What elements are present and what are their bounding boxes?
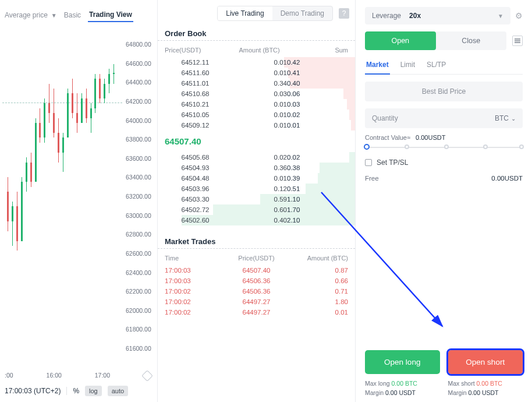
orderbook-row[interactable]: 64503.300.591.10: [158, 194, 355, 204]
candle: [44, 98, 45, 143]
open-close-tabs: Open Close: [365, 31, 506, 50]
price-chart[interactable]: 64507.40 01:00: [2, 30, 122, 369]
tab-open[interactable]: Open: [365, 31, 436, 50]
orderbook-row[interactable]: 64510.680.030.06: [158, 89, 355, 99]
orderbook-row[interactable]: 64505.680.020.02: [158, 152, 355, 163]
chevron-down-icon: ▼: [498, 13, 503, 19]
orderbook-title: Order Book: [158, 26, 355, 41]
margin-label: Margin: [365, 389, 384, 396]
orderbook-row[interactable]: 64512.110.010.42: [158, 57, 355, 68]
col-sum: Sum: [289, 47, 348, 54]
open-long-button[interactable]: Open long: [365, 350, 440, 374]
tab-live-trading[interactable]: Live Trading: [218, 6, 272, 20]
contract-value-row: Contract Value≈ 0.00USDT: [365, 134, 523, 141]
orderbook-row[interactable]: 64504.480.010.39: [158, 173, 355, 184]
slider-stop[interactable]: [483, 144, 488, 149]
help-icon[interactable]: ?: [339, 8, 349, 19]
y-tick: 64200.00: [126, 98, 157, 105]
layout-icon[interactable]: [512, 36, 523, 46]
orderbook-row[interactable]: 64504.930.360.38: [158, 163, 355, 173]
slider-stop[interactable]: [405, 144, 409, 149]
candle: [7, 177, 9, 231]
gear-icon[interactable]: ⚙: [515, 11, 523, 20]
candle: [104, 79, 105, 103]
leverage-selector[interactable]: Leverage 20x ▼: [365, 7, 510, 24]
y-tick: 61600.00: [126, 345, 157, 352]
chart-y-axis: 64800.0064600.0064400.0064200.0064000.00…: [122, 30, 157, 369]
open-short-button[interactable]: Open short: [448, 350, 523, 374]
slider-stop[interactable]: [519, 144, 524, 149]
x-tick: 17:00: [95, 372, 110, 380]
limits-summary: Max long 0.00 BTC Margin 0.00 USDT Max s…: [365, 380, 523, 396]
free-balance-row: Free 0.00USDT: [365, 175, 523, 182]
quantity-slider[interactable]: [365, 147, 523, 148]
candle: [53, 89, 55, 137]
orderbook-row[interactable]: 64511.600.010.41: [158, 68, 355, 78]
max-long-label: Max long: [365, 380, 390, 387]
candle: [35, 118, 37, 182]
tpsl-checkbox-row[interactable]: Set TP/SL: [365, 158, 523, 167]
slider-stop[interactable]: [444, 144, 449, 149]
footer-time: 17:00:03 (UTC+2): [5, 387, 61, 395]
candle: [90, 103, 92, 133]
orderbook-row[interactable]: 64502.600.402.10: [158, 215, 355, 225]
y-tick: 63000.00: [126, 212, 157, 219]
orderbook-row[interactable]: 64509.120.010.01: [158, 120, 355, 131]
trade-row: 17:00:0364507.400.87: [158, 265, 355, 276]
footer-log-toggle[interactable]: log: [85, 386, 102, 396]
contract-value-label: Contract Value≈: [365, 134, 410, 141]
tab-tradingview[interactable]: Trading View: [88, 8, 133, 22]
tpsl-label: Set TP/SL: [377, 158, 408, 167]
chart-x-axis: :00 16:00 17:00: [2, 369, 157, 381]
chart-view-selector[interactable]: Average price: [5, 11, 48, 19]
slider-handle[interactable]: [364, 144, 370, 150]
quantity-input[interactable]: Quantity BTC ⌄: [365, 108, 523, 128]
footer-auto-toggle[interactable]: auto: [108, 386, 128, 396]
orderbook-row[interactable]: 64510.210.010.03: [158, 99, 355, 110]
tab-sltp[interactable]: SL/TP: [425, 58, 447, 74]
chart-settings-icon[interactable]: [141, 370, 153, 382]
tab-demo-trading[interactable]: Demo Trading: [272, 6, 332, 20]
orderbook-row[interactable]: 64511.010.340.40: [158, 78, 355, 89]
best-bid-button[interactable]: Best Bid Price: [365, 82, 523, 101]
candle: [16, 192, 18, 251]
contract-value: 0.00USDT: [416, 134, 445, 141]
candle: [39, 108, 41, 143]
tab-close[interactable]: Close: [436, 31, 507, 50]
orderbook-row[interactable]: 64502.720.601.70: [158, 204, 355, 215]
y-tick: 62200.00: [126, 288, 157, 295]
x-tick: :00: [5, 372, 13, 380]
y-tick: 62600.00: [126, 250, 157, 257]
orderbook-row[interactable]: 64510.050.010.02: [158, 110, 355, 120]
y-tick: 64600.00: [126, 60, 157, 67]
candle: [48, 84, 50, 124]
tab-limit[interactable]: Limit: [399, 58, 416, 74]
y-tick: 62400.00: [126, 269, 157, 276]
leverage-label: Leverage: [372, 12, 401, 20]
orderbook-row[interactable]: 64503.960.120.51: [158, 184, 355, 194]
orderbook-header: Price(USDT) Amount (BTC) Sum: [158, 41, 355, 57]
y-tick: 63400.00: [126, 174, 157, 181]
candle: [81, 93, 83, 123]
x-tick: 16:00: [47, 372, 62, 380]
max-short-value: 0.00 BTC: [477, 380, 502, 387]
margin-long-value: 0.00 USDT: [385, 389, 416, 396]
y-tick: 61800.00: [126, 326, 157, 333]
y-tick: 63800.00: [126, 136, 157, 143]
margin-short-value: 0.00 USDT: [469, 389, 499, 396]
candle: [113, 64, 115, 84]
max-long-value: 0.00 BTC: [392, 380, 417, 387]
tab-market[interactable]: Market: [365, 58, 390, 75]
col-price: Price(USDT): [165, 47, 230, 54]
chevron-down-icon[interactable]: ⌄: [511, 115, 516, 122]
trades-header: Time Price(USDT) Amount (BTC): [158, 249, 355, 265]
candle: [76, 93, 78, 133]
quantity-label: Quantity: [372, 114, 398, 122]
candle: [62, 133, 64, 172]
footer-percent[interactable]: %: [73, 387, 79, 395]
candle: [86, 89, 87, 123]
tab-basic[interactable]: Basic: [63, 9, 82, 22]
candle: [30, 153, 32, 187]
y-tick: 62800.00: [126, 231, 157, 238]
checkbox-icon[interactable]: [365, 159, 372, 166]
